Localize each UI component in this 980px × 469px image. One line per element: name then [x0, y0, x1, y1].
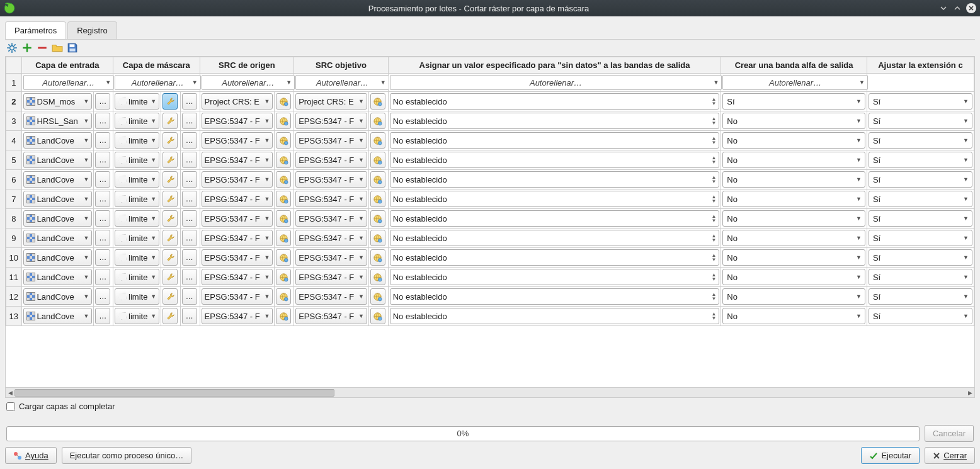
input-layer-select[interactable]: LandCove▼	[23, 171, 93, 188]
input-layer-select[interactable]: DSM_mos▼	[23, 93, 93, 110]
iterate-button[interactable]	[162, 113, 178, 129]
extent-select[interactable]: Sí▼	[869, 269, 972, 285]
autofill-alpha[interactable]: Autorellenar…▼	[722, 75, 868, 90]
spinner-icon[interactable]: ▲▼	[711, 253, 716, 262]
iterate-button[interactable]	[162, 249, 178, 266]
input-layer-browse-button[interactable]: …	[95, 249, 110, 266]
tab-log[interactable]: Registro	[67, 21, 117, 39]
mask-browse-button[interactable]: …	[182, 308, 197, 324]
remove-row-icon[interactable]	[37, 42, 48, 54]
input-layer-select[interactable]: LandCove▼	[23, 152, 93, 168]
mask-browse-button[interactable]: …	[182, 113, 197, 129]
mask-browse-button[interactable]: …	[182, 288, 197, 305]
mask-browse-button[interactable]: …	[182, 269, 197, 285]
alpha-band-select[interactable]: No▼	[722, 171, 865, 188]
src-crs-select[interactable]: EPSG:5347 - F▼	[202, 249, 273, 266]
tgt-crs-select[interactable]: EPSG:5347 - F▼	[295, 288, 367, 305]
input-layer-browse-button[interactable]: …	[95, 210, 110, 227]
tgt-crs-picker-button[interactable]	[370, 113, 385, 129]
alpha-band-select[interactable]: No▼	[722, 308, 865, 324]
spinner-icon[interactable]: ▲▼	[711, 97, 716, 106]
alpha-band-select[interactable]: No▼	[722, 230, 865, 246]
iterate-button[interactable]	[162, 171, 178, 188]
nodata-input[interactable]: No establecido▲▼	[390, 288, 720, 305]
iterate-button[interactable]	[162, 288, 178, 305]
tgt-crs-picker-button[interactable]	[370, 249, 385, 266]
input-layer-select[interactable]: LandCove▼	[23, 210, 93, 227]
nodata-input[interactable]: No establecido▲▼	[390, 269, 720, 285]
tgt-crs-picker-button[interactable]	[370, 191, 385, 207]
autofill-src-crs[interactable]: Autorellenar…▼	[202, 75, 295, 90]
mask-browse-button[interactable]: …	[182, 210, 197, 227]
row-header[interactable]: 5	[6, 150, 22, 170]
iterate-button[interactable]	[162, 269, 178, 285]
alpha-band-select[interactable]: No▼	[722, 249, 865, 266]
mask-layer-select[interactable]: limite▼	[115, 191, 159, 207]
src-crs-select[interactable]: Project CRS: E▼	[202, 93, 273, 110]
mask-layer-select[interactable]: limite▼	[115, 249, 159, 266]
save-icon[interactable]	[67, 42, 78, 54]
extent-select[interactable]: Sí▼	[869, 308, 972, 324]
input-layer-browse-button[interactable]: …	[95, 230, 110, 246]
src-crs-picker-button[interactable]	[276, 288, 291, 305]
spinner-icon[interactable]: ▲▼	[711, 234, 716, 242]
mask-browse-button[interactable]: …	[182, 93, 197, 110]
iterate-button[interactable]	[162, 308, 178, 324]
alpha-band-select[interactable]: No▼	[722, 288, 865, 305]
tgt-crs-select[interactable]: EPSG:5347 - F▼	[295, 308, 367, 324]
tgt-crs-select[interactable]: EPSG:5347 - F▼	[295, 269, 367, 285]
input-layer-browse-button[interactable]: …	[95, 308, 110, 324]
mask-browse-button[interactable]: …	[182, 191, 197, 207]
nodata-input[interactable]: No establecido▲▼	[390, 113, 720, 129]
iterate-button[interactable]	[162, 230, 178, 246]
add-row-icon[interactable]	[21, 42, 33, 54]
minimize-icon[interactable]	[938, 3, 949, 13]
extent-select[interactable]: Sí▼	[869, 113, 972, 129]
tab-parameters[interactable]: Parámetros	[5, 21, 66, 39]
open-icon[interactable]	[52, 42, 63, 54]
mask-browse-button[interactable]: …	[182, 152, 197, 168]
row-header[interactable]: 9	[6, 229, 22, 248]
input-layer-browse-button[interactable]: …	[95, 93, 110, 110]
src-crs-picker-button[interactable]	[276, 249, 291, 266]
nodata-input[interactable]: No establecido▲▼	[390, 152, 720, 168]
src-crs-picker-button[interactable]	[276, 230, 291, 246]
maximize-icon[interactable]	[952, 3, 962, 13]
src-crs-select[interactable]: EPSG:5347 - F▼	[202, 288, 273, 305]
input-layer-select[interactable]: LandCove▼	[23, 288, 93, 305]
autofill-input[interactable]: Autorellenar…▼	[23, 75, 114, 90]
input-layer-browse-button[interactable]: …	[95, 113, 110, 129]
extent-select[interactable]: Sí▼	[869, 171, 972, 188]
mask-layer-select[interactable]: limite▼	[115, 210, 159, 227]
mask-browse-button[interactable]: …	[182, 132, 197, 149]
row-header[interactable]: 6	[6, 170, 22, 189]
tgt-crs-select[interactable]: EPSG:5347 - F▼	[295, 249, 367, 266]
row-header[interactable]: 12	[6, 287, 22, 307]
src-crs-select[interactable]: EPSG:5347 - F▼	[202, 308, 273, 324]
mask-browse-button[interactable]: …	[182, 171, 197, 188]
scroll-right-icon[interactable]: ▶	[966, 388, 974, 398]
input-layer-browse-button[interactable]: …	[95, 152, 110, 168]
autofill-mask[interactable]: Autorellenar…▼	[115, 75, 201, 90]
nodata-input[interactable]: No establecido▲▼	[390, 210, 720, 227]
alpha-band-select[interactable]: Sí▼	[722, 93, 865, 110]
tgt-crs-picker-button[interactable]	[370, 288, 385, 305]
tgt-crs-picker-button[interactable]	[370, 171, 385, 188]
col-alpha[interactable]: Crear una banda alfa de salida	[721, 57, 867, 74]
src-crs-select[interactable]: EPSG:5347 - F▼	[202, 152, 273, 168]
src-crs-picker-button[interactable]	[276, 152, 291, 168]
spinner-icon[interactable]: ▲▼	[711, 155, 716, 164]
tgt-crs-select[interactable]: EPSG:5347 - F▼	[295, 152, 367, 168]
col-src-crs[interactable]: SRC de origen	[200, 57, 294, 74]
alpha-band-select[interactable]: No▼	[722, 152, 865, 168]
autofill-nodata[interactable]: Autorellenar…▼	[390, 75, 722, 90]
autofill-tgt-crs[interactable]: Autorellenar…▼	[295, 75, 389, 90]
iterate-button[interactable]	[162, 210, 178, 227]
input-layer-select[interactable]: LandCove▼	[23, 132, 93, 149]
nodata-input[interactable]: No establecido▲▼	[390, 132, 720, 149]
mask-browse-button[interactable]: …	[182, 230, 197, 246]
scroll-thumb[interactable]	[14, 389, 334, 397]
extent-select[interactable]: Sí▼	[869, 93, 972, 110]
src-crs-picker-button[interactable]	[276, 269, 291, 285]
nodata-input[interactable]: No establecido▲▼	[390, 308, 720, 324]
